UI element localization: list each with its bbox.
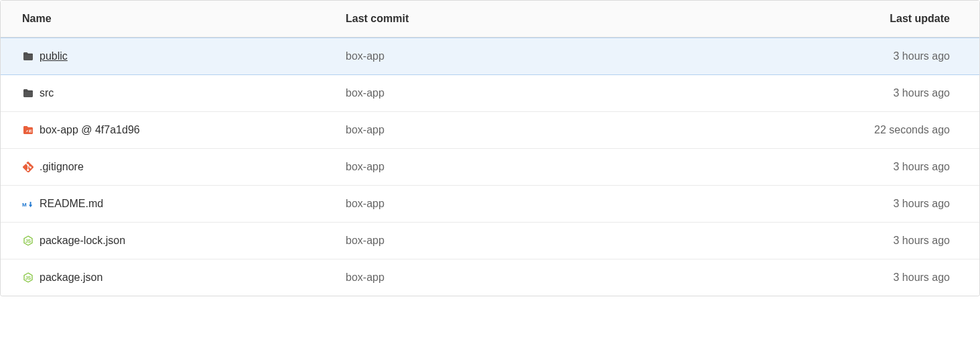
cell-commit: box-app: [339, 75, 792, 111]
file-name-link[interactable]: README.md: [40, 198, 103, 210]
header-name: Name: [1, 1, 339, 37]
cell-commit: box-app: [339, 38, 792, 74]
file-name-link[interactable]: package-lock.json: [40, 235, 125, 247]
cell-commit: box-app: [339, 259, 792, 296]
file-name-link[interactable]: src: [40, 87, 54, 99]
cell-commit: box-app: [339, 223, 792, 259]
cell-update: 3 hours ago: [792, 38, 979, 74]
cell-update: 3 hours ago: [792, 259, 979, 296]
table-row[interactable]: box-app @ 4f7a1d96 box-app 22 seconds ag…: [1, 112, 979, 149]
cell-name: box-app @ 4f7a1d96: [1, 112, 339, 148]
file-table: Name Last commit Last update public box-…: [0, 0, 980, 296]
table-row[interactable]: .gitignore box-app 3 hours ago: [1, 149, 979, 186]
cell-name: JS package.json: [1, 259, 339, 296]
svg-rect-0: [29, 129, 32, 133]
submodule-name: box-app @: [40, 124, 95, 135]
svg-text:JS: JS: [25, 239, 31, 243]
cell-name: public: [1, 38, 339, 74]
cell-name: M README.md: [1, 186, 339, 222]
commit-link[interactable]: box-app: [346, 235, 384, 246]
markdown-icon: M: [22, 198, 34, 210]
file-name-link[interactable]: .gitignore: [40, 161, 84, 173]
svg-text:JS: JS: [25, 276, 31, 280]
commit-link[interactable]: box-app: [346, 87, 384, 99]
cell-name: src: [1, 75, 339, 111]
header-last-update: Last update: [792, 1, 979, 37]
table-row[interactable]: public box-app 3 hours ago: [1, 38, 979, 75]
table-row[interactable]: src box-app 3 hours ago: [1, 75, 979, 112]
cell-update: 3 hours ago: [792, 186, 979, 222]
commit-link[interactable]: box-app: [346, 272, 384, 283]
cell-update: 3 hours ago: [792, 149, 979, 185]
cell-update: 22 seconds ago: [792, 112, 979, 148]
commit-link[interactable]: box-app: [346, 50, 384, 62]
cell-name: JS package-lock.json: [1, 223, 339, 259]
table-row[interactable]: JS package-lock.json box-app 3 hours ago: [1, 223, 979, 259]
commit-link[interactable]: box-app: [346, 161, 384, 172]
table-row[interactable]: M README.md box-app 3 hours ago: [1, 186, 979, 223]
folder-icon: [22, 50, 34, 62]
header-last-commit: Last commit: [339, 1, 792, 37]
cell-name: .gitignore: [1, 149, 339, 185]
cell-commit: box-app: [339, 149, 792, 185]
nodejs-icon: JS: [22, 272, 34, 284]
cell-commit: box-app: [339, 112, 792, 148]
commit-link[interactable]: box-app: [346, 198, 384, 209]
git-icon: [22, 161, 34, 173]
cell-update: 3 hours ago: [792, 75, 979, 111]
cell-update: 3 hours ago: [792, 223, 979, 259]
file-name-link[interactable]: public: [40, 50, 68, 62]
cell-commit: box-app: [339, 186, 792, 222]
submodule-folder-icon: [22, 124, 34, 136]
folder-icon: [22, 87, 34, 99]
submodule-hash: 4f7a1d96: [95, 124, 140, 135]
commit-link[interactable]: box-app: [346, 124, 384, 135]
file-name-link[interactable]: package.json: [40, 272, 102, 284]
table-header: Name Last commit Last update: [1, 0, 979, 38]
file-name-link[interactable]: box-app @ 4f7a1d96: [40, 124, 140, 136]
table-row[interactable]: JS package.json box-app 3 hours ago: [1, 259, 979, 296]
svg-text:M: M: [22, 202, 27, 208]
nodejs-icon: JS: [22, 235, 34, 247]
